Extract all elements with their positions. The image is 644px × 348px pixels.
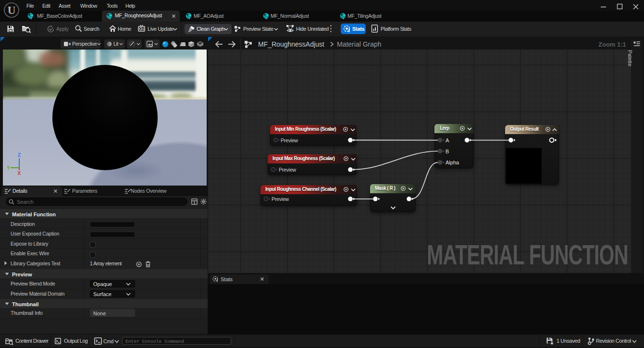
svg-text:Y: Y bbox=[7, 165, 10, 171]
svg-text:U: U bbox=[8, 4, 16, 16]
svg-text:X: X bbox=[18, 171, 21, 176]
svg-text:Z: Z bbox=[18, 152, 21, 158]
